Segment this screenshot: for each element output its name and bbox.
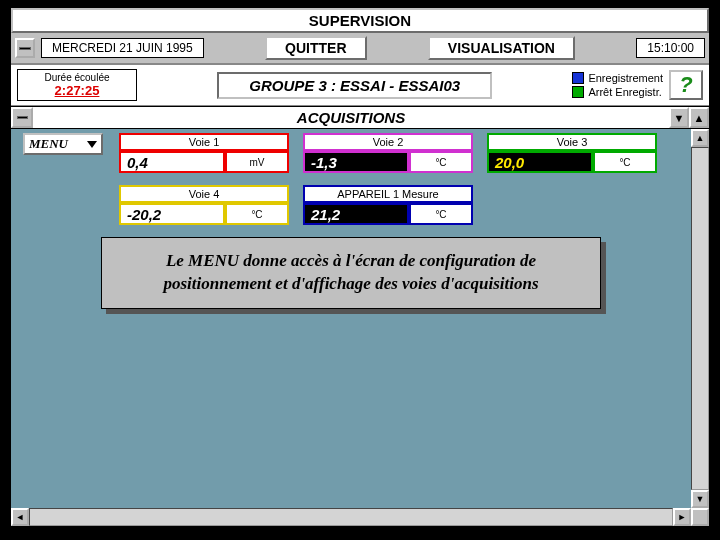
- channel-value: -20,2: [119, 203, 225, 225]
- scroll-up-button[interactable]: ▲: [691, 129, 709, 147]
- legend-swatch-stop: [572, 86, 584, 98]
- elapsed-time-box: Durée écoulée 2:27:25: [17, 69, 137, 101]
- channel-name: Voie 3: [487, 133, 657, 151]
- acquisitions-title: ACQUISITIONS: [33, 107, 669, 128]
- minimize-button[interactable]: ▼: [669, 107, 689, 128]
- channel-unit: °C: [409, 203, 473, 225]
- workspace: MENU Voie 1 0,4 mV Voie 2 -1,3 °C: [11, 129, 709, 508]
- acquisitions-header: ACQUISITIONS ▼ ▲: [11, 106, 709, 129]
- channel-voie2: Voie 2 -1,3 °C: [303, 133, 473, 173]
- elapsed-label: Durée écoulée: [24, 72, 130, 83]
- horizontal-scrollbar[interactable]: ◄ ►: [11, 508, 691, 526]
- legend-stop: Arrêt Enregistr.: [588, 86, 661, 98]
- toolbar: MERCREDI 21 JUIN 1995 QUITTER VISUALISAT…: [11, 33, 709, 64]
- channel-appareil1: APPAREIL 1 Mesure 21,2 °C: [303, 185, 473, 225]
- channel-row-1: Voie 1 0,4 mV Voie 2 -1,3 °C Voie 3: [119, 133, 657, 173]
- channel-value: 0,4: [119, 151, 225, 173]
- channel-name: Voie 4: [119, 185, 289, 203]
- status-bar: Durée écoulée 2:27:25 GROUPE 3 : ESSAI -…: [11, 64, 709, 106]
- scroll-right-button[interactable]: ►: [673, 508, 691, 526]
- channel-unit: °C: [593, 151, 657, 173]
- child-system-menu-icon[interactable]: [11, 107, 33, 128]
- channel-name: Voie 2: [303, 133, 473, 151]
- channel-unit: °C: [225, 203, 289, 225]
- legend-record: Enregistrement: [588, 72, 663, 84]
- visualisation-button[interactable]: VISUALISATION: [428, 36, 575, 60]
- channel-name: Voie 1: [119, 133, 289, 151]
- system-menu-icon[interactable]: [15, 38, 35, 58]
- channel-voie3: Voie 3 20,0 °C: [487, 133, 657, 173]
- bottom-scroll-row: ◄ ►: [11, 508, 709, 526]
- app-window: SUPERVISION MERCREDI 21 JUIN 1995 QUITTE…: [9, 6, 711, 528]
- channel-value: 21,2: [303, 203, 409, 225]
- scroll-down-button[interactable]: ▼: [691, 490, 709, 508]
- chevron-down-icon: [87, 141, 97, 148]
- scroll-track[interactable]: [29, 508, 673, 526]
- channel-unit: mV: [225, 151, 289, 173]
- channel-voie1: Voie 1 0,4 mV: [119, 133, 289, 173]
- quit-button[interactable]: QUITTER: [265, 36, 366, 60]
- vertical-scrollbar[interactable]: ▲ ▼: [691, 129, 709, 508]
- menu-label: MENU: [29, 136, 68, 152]
- time-display: 15:10:00: [636, 38, 705, 58]
- scroll-track[interactable]: [691, 147, 709, 490]
- group-label: GROUPE 3 : ESSAI - ESSAI03: [217, 72, 492, 99]
- scroll-left-button[interactable]: ◄: [11, 508, 29, 526]
- channel-unit: °C: [409, 151, 473, 173]
- scroll-corner: [691, 508, 709, 526]
- elapsed-value: 2:27:25: [24, 83, 130, 98]
- date-display: MERCREDI 21 JUIN 1995: [41, 38, 204, 58]
- content-area: MENU Voie 1 0,4 mV Voie 2 -1,3 °C: [11, 129, 691, 508]
- channel-value: 20,0: [487, 151, 593, 173]
- maximize-button[interactable]: ▲: [689, 107, 709, 128]
- window-title: SUPERVISION: [11, 8, 709, 33]
- legend: Enregistrement Arrêt Enregistr.: [572, 72, 663, 98]
- help-button[interactable]: ?: [669, 70, 703, 100]
- channel-name: APPAREIL 1 Mesure: [303, 185, 473, 203]
- legend-swatch-record: [572, 72, 584, 84]
- info-callout: Le MENU donne accès à l'écran de configu…: [101, 237, 601, 309]
- menu-dropdown[interactable]: MENU: [23, 133, 103, 155]
- channel-voie4: Voie 4 -20,2 °C: [119, 185, 289, 225]
- channel-row-2: Voie 4 -20,2 °C APPAREIL 1 Mesure 21,2 °…: [119, 185, 473, 225]
- channel-value: -1,3: [303, 151, 409, 173]
